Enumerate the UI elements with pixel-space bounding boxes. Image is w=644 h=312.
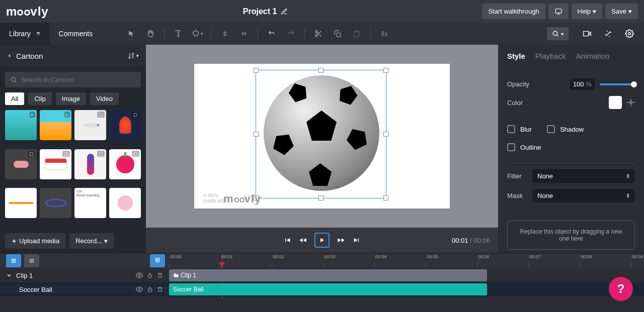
align-v-tool[interactable]: [235, 25, 253, 42]
clip-bar[interactable]: Clip 1: [169, 269, 487, 281]
project-title[interactable]: Project 1: [49, 7, 482, 16]
skip-start-icon[interactable]: [283, 236, 291, 244]
mask-select[interactable]: None⇕: [532, 189, 635, 202]
svg-point-12: [138, 274, 140, 276]
resize-handle[interactable]: [254, 68, 259, 73]
camera-icon[interactable]: [579, 25, 596, 42]
copy-tool[interactable]: [329, 25, 346, 42]
help-fab[interactable]: ?: [609, 277, 633, 301]
effects-icon[interactable]: [600, 25, 617, 42]
asset-item[interactable]: ▢: [109, 110, 141, 140]
play-button[interactable]: [314, 233, 330, 248]
item-bar[interactable]: Soccer Ball: [169, 283, 487, 295]
resize-handle[interactable]: [318, 68, 324, 73]
eye-icon[interactable]: [136, 272, 143, 279]
select-arrows-icon: ⇕: [626, 193, 630, 198]
library-search[interactable]: [5, 72, 141, 87]
track-header-clip[interactable]: Clip 1: [0, 272, 169, 279]
outline-checkbox[interactable]: Outline: [507, 143, 635, 151]
stage[interactable]: a storymade with mvly: [194, 64, 450, 209]
present-button[interactable]: [548, 4, 569, 19]
redo-tool[interactable]: [282, 25, 299, 42]
category-back[interactable]: Cartoon: [7, 52, 43, 60]
resize-handle[interactable]: [318, 195, 324, 200]
gear-icon[interactable]: [627, 98, 635, 107]
library-panel: Cartoon ▾ All Clip Image Video ▹ ▹ ▢ ▢ ▢…: [0, 45, 146, 253]
filter-video[interactable]: Video: [90, 92, 119, 105]
cut-tool[interactable]: [310, 25, 327, 42]
text-tool[interactable]: T: [170, 25, 187, 42]
timeline-view-compact[interactable]: [24, 254, 39, 267]
walkthrough-button[interactable]: Start walkthrough: [482, 4, 545, 19]
undo-tool[interactable]: [263, 25, 280, 42]
asset-item[interactable]: [109, 188, 141, 218]
resize-handle[interactable]: [383, 68, 388, 73]
asset-item[interactable]: ▢: [40, 149, 71, 179]
tab-style[interactable]: Style: [507, 52, 525, 60]
trash-icon[interactable]: [157, 286, 163, 293]
play-icon: [319, 237, 325, 244]
replace-dropzone[interactable]: Replace this object by dragging a new on…: [507, 221, 635, 250]
eye-icon[interactable]: [136, 286, 143, 293]
sort-button[interactable]: ▾: [128, 52, 139, 59]
shadow-checkbox[interactable]: Shadow: [547, 125, 584, 133]
svg-point-1: [315, 31, 317, 33]
arrange-tool[interactable]: [376, 25, 393, 42]
rewind-icon[interactable]: [298, 236, 307, 244]
lock-icon[interactable]: [147, 286, 153, 293]
timeline-ruler[interactable]: 00:0000:0100:0200:0300:0400:0500:0600:07…: [169, 253, 644, 268]
asset-item[interactable]: ▢: [74, 110, 106, 140]
shape-tool[interactable]: ▾: [189, 25, 206, 42]
edit-icon[interactable]: [281, 8, 288, 15]
image-badge-icon: ▢: [62, 151, 70, 157]
snap-button[interactable]: [150, 254, 165, 267]
slider-thumb[interactable]: [631, 81, 637, 87]
selection-box[interactable]: [256, 70, 386, 198]
trash-icon[interactable]: [157, 272, 163, 279]
canvas-search[interactable]: ▾: [547, 27, 569, 40]
tab-playback[interactable]: Playback: [535, 52, 566, 60]
track-header-item[interactable]: Soccer Ball: [0, 286, 169, 293]
filter-select[interactable]: None⇕: [532, 169, 635, 183]
hand-tool[interactable]: [142, 25, 159, 42]
skip-end-icon[interactable]: [353, 236, 361, 244]
lock-icon[interactable]: [147, 272, 153, 279]
asset-item[interactable]: ▹: [40, 110, 71, 140]
tab-comments[interactable]: Comments: [50, 23, 102, 45]
blur-checkbox[interactable]: Blur: [507, 125, 532, 133]
filter-image[interactable]: Image: [56, 92, 86, 105]
align-h-tool[interactable]: [216, 25, 233, 42]
asset-item[interactable]: TIPAvoid touching: [74, 188, 106, 218]
opacity-value[interactable]: 100: [573, 80, 584, 88]
help-button[interactable]: Help ▾: [572, 4, 603, 19]
asset-item[interactable]: ▢: [5, 149, 37, 179]
tab-animation[interactable]: Animation: [576, 52, 610, 60]
topbar: mvly Project 1 Start walkthrough Help ▾ …: [0, 0, 644, 23]
timeline-view-list[interactable]: [6, 254, 21, 267]
color-swatch[interactable]: [609, 96, 622, 109]
asset-item[interactable]: ▢: [74, 149, 106, 179]
asset-item[interactable]: ▢: [109, 149, 141, 179]
upload-media-button[interactable]: Upload media: [5, 233, 65, 249]
settings-icon[interactable]: [621, 25, 638, 42]
record-button[interactable]: Record... ▾: [69, 233, 114, 249]
asset-item[interactable]: [40, 188, 71, 218]
asset-item[interactable]: [5, 188, 37, 218]
resize-handle[interactable]: [383, 195, 388, 200]
chevron-down-icon[interactable]: [6, 272, 12, 278]
paste-tool[interactable]: [348, 25, 365, 42]
tab-library[interactable]: Library: [0, 23, 50, 45]
soccer-ball-object[interactable]: [264, 75, 379, 191]
forward-icon[interactable]: [337, 236, 346, 244]
pointer-tool[interactable]: [123, 25, 140, 42]
resize-handle[interactable]: [383, 132, 388, 137]
asset-item[interactable]: ▹: [5, 110, 37, 140]
opacity-slider[interactable]: [600, 83, 635, 85]
color-label: Color: [507, 99, 604, 107]
filter-all[interactable]: All: [5, 92, 24, 105]
filter-clip[interactable]: Clip: [28, 92, 51, 105]
save-button[interactable]: Save ▾: [605, 4, 638, 19]
resize-handle[interactable]: [254, 132, 259, 137]
library-search-input[interactable]: [21, 76, 136, 83]
properties-panel: Style Playback Animation Opacity 100 % C…: [498, 45, 644, 253]
